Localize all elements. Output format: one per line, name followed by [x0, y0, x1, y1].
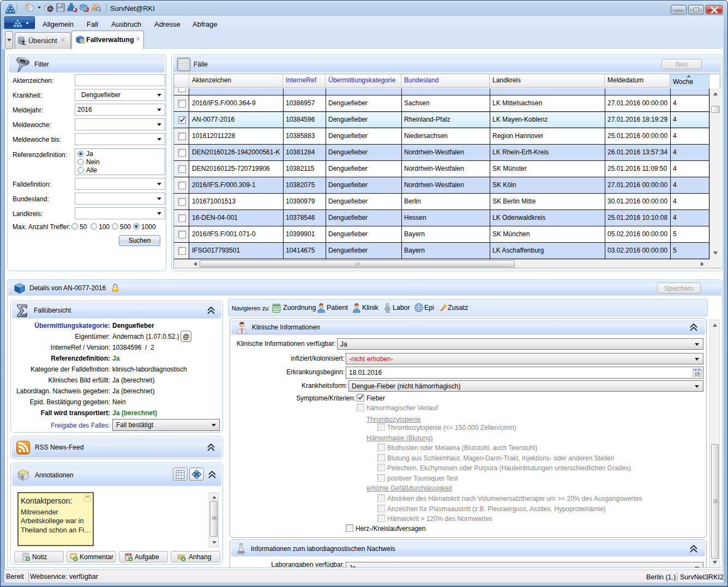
svg-text:T: T	[21, 475, 25, 481]
svg-text:15: 15	[695, 371, 700, 376]
svg-text:Σ: Σ	[22, 39, 26, 46]
